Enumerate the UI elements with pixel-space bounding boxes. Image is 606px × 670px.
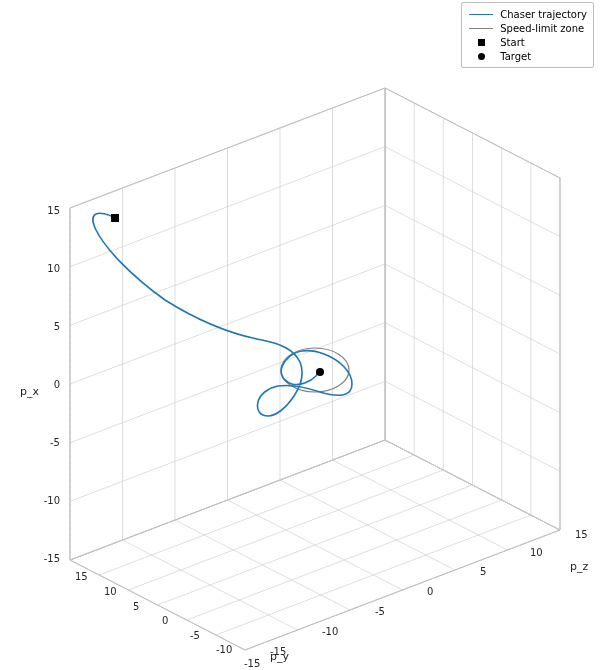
legend-item-zone: Speed-limit zone [468,21,587,35]
pz-axis-label: p_z [570,560,588,573]
circle-icon [468,51,494,61]
legend-item-trajectory: Chaser trajectory [468,7,587,21]
svg-text:5: 5 [54,321,60,332]
svg-text:10: 10 [530,547,543,558]
svg-text:0: 0 [427,586,433,597]
line-icon [468,23,494,33]
svg-text:5: 5 [480,566,486,577]
svg-text:0: 0 [54,379,60,390]
svg-text:10: 10 [47,263,60,274]
trajectory-3d-plot: 15 10 5 0 -5 -10 -15 p_y -15 -10 -5 0 5 … [0,0,606,670]
svg-text:-5: -5 [190,630,200,641]
legend-label: Start [500,37,524,48]
svg-text:-15: -15 [244,658,260,669]
svg-text:15: 15 [47,205,60,216]
legend: Chaser trajectory Speed-limit zone Start… [461,2,594,68]
legend-item-target: Target [468,49,587,63]
legend-label: Chaser trajectory [500,9,587,20]
svg-text:-10: -10 [44,495,60,506]
svg-text:-10: -10 [216,644,232,655]
svg-text:15: 15 [575,529,588,540]
svg-text:-15: -15 [270,646,286,657]
px-ticks: -15 -10 -5 0 5 10 15 [44,205,60,564]
svg-text:-5: -5 [375,606,385,617]
legend-label: Speed-limit zone [500,23,584,34]
square-icon [468,37,494,47]
svg-text:-5: -5 [50,437,60,448]
svg-text:-10: -10 [322,626,338,637]
px-axis-label: p_x [20,385,39,398]
svg-text:15: 15 [75,571,88,582]
legend-item-start: Start [468,35,587,49]
svg-text:5: 5 [133,601,139,612]
start-marker [111,214,119,222]
target-marker [316,368,324,376]
svg-text:-15: -15 [44,553,60,564]
svg-text:0: 0 [162,615,168,626]
svg-text:10: 10 [104,586,117,597]
line-icon [468,9,494,19]
legend-label: Target [500,51,531,62]
